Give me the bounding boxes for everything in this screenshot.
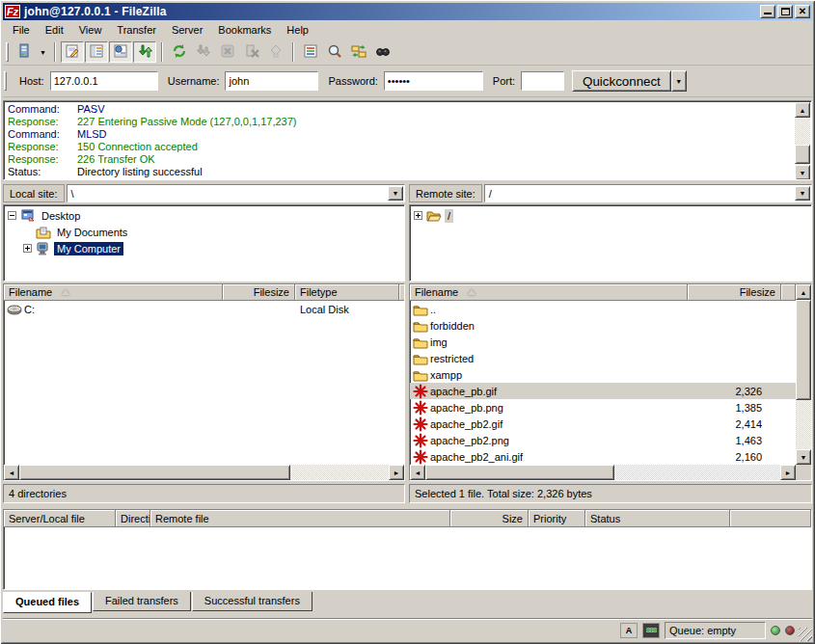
remote-file-row[interactable]: apache_pb2_ani.gif2,160: [410, 448, 796, 465]
column-header-filename[interactable]: Filename: [410, 284, 688, 301]
host-label: Host:: [19, 75, 44, 87]
file-name: apache_pb2.png: [430, 435, 509, 446]
remote-file-row[interactable]: ..: [410, 301, 796, 317]
quickconnect-button[interactable]: Quickconnect: [572, 70, 671, 92]
remote-h-scrollbar-thumb[interactable]: [425, 465, 614, 480]
log-scrollbar[interactable]: ▲ ▼: [795, 102, 810, 180]
toggle-remote-tree-button[interactable]: [109, 41, 132, 63]
column-header-filetype[interactable]: Filetype: [295, 284, 399, 301]
password-input[interactable]: [384, 71, 483, 91]
scroll-right-icon[interactable]: ►: [780, 465, 796, 480]
menu-item-transfer[interactable]: Transfer: [109, 21, 164, 39]
menu-item-view[interactable]: View: [71, 21, 110, 39]
column-header-size[interactable]: Size: [450, 510, 529, 527]
local-site-dropdown[interactable]: ▼: [388, 186, 403, 201]
local-h-scrollbar[interactable]: ◄►: [4, 465, 404, 480]
remote-site-combo[interactable]: / ▼: [484, 184, 812, 202]
maximize-button[interactable]: [777, 5, 793, 18]
log-line-text: 227 Entering Passive Mode (127,0,0,1,17,…: [77, 116, 296, 128]
remote-file-row[interactable]: xampp: [410, 366, 796, 383]
refresh-button[interactable]: [168, 41, 191, 63]
column-header-filename[interactable]: Filename: [4, 284, 223, 301]
menu-item-file[interactable]: File: [5, 21, 38, 39]
directory-filters-button[interactable]: [299, 41, 322, 63]
log-line: Response:227 Entering Passive Mode (127,…: [4, 116, 811, 128]
local-file-row[interactable]: C:Local Disk: [4, 301, 404, 317]
scroll-up-icon[interactable]: ▲: [796, 284, 811, 300]
username-input[interactable]: [225, 71, 318, 91]
site-manager-button[interactable]: [13, 41, 36, 63]
menu-item-edit[interactable]: Edit: [38, 21, 71, 39]
scroll-down-icon[interactable]: ▼: [796, 449, 811, 465]
remote-v-scrollbar[interactable]: ▲▼: [796, 284, 811, 465]
remote-file-row[interactable]: forbidden: [410, 317, 796, 334]
remote-h-scrollbar[interactable]: ◄►: [410, 465, 796, 480]
tree-expander-icon[interactable]: [23, 244, 32, 253]
local-h-scrollbar-thumb[interactable]: [19, 465, 290, 480]
remote-site-dropdown[interactable]: ▼: [795, 186, 810, 201]
log-line-label: Command:: [8, 128, 77, 141]
transfer-type-indicator-icon[interactable]: A: [620, 623, 638, 638]
remote-file-row[interactable]: apache_pb.gif2,326: [410, 383, 796, 399]
local-site-combo[interactable]: \ ▼: [67, 184, 405, 202]
host-input[interactable]: [50, 71, 158, 91]
toggle-message-log-button[interactable]: [61, 41, 84, 63]
column-header-remote-file[interactable]: Remote file: [150, 510, 450, 527]
scroll-left-icon[interactable]: ◄: [410, 465, 425, 480]
remote-file-row[interactable]: apache_pb2.png1,463: [410, 432, 796, 448]
scroll-right-icon[interactable]: ►: [389, 465, 404, 480]
chevron-down-icon: ▼: [40, 49, 46, 56]
menu-item-bookmarks[interactable]: Bookmarks: [210, 21, 279, 39]
log-scroll-thumb[interactable]: [795, 145, 810, 164]
synchronized-browsing-button[interactable]: [347, 41, 370, 63]
toolbar-grip[interactable]: [4, 71, 7, 91]
speed-limit-indicator-icon[interactable]: 888: [642, 623, 660, 638]
queue-tabs: Queued filesFailed transfersSuccessful t…: [3, 592, 313, 613]
tab-successful-transfers[interactable]: Successful transfers: [192, 592, 312, 611]
directory-comparison-button[interactable]: [323, 41, 346, 63]
toggle-transfer-queue-icon: [137, 43, 152, 61]
tree-expander-icon[interactable]: [8, 211, 16, 220]
toggle-transfer-queue-button[interactable]: [133, 41, 156, 63]
tab-failed-transfers[interactable]: Failed transfers: [93, 592, 191, 611]
toolbar-grip[interactable]: [6, 42, 9, 62]
tree-expander-icon[interactable]: [414, 211, 422, 220]
remote-tree: /: [409, 204, 812, 282]
chevron-down-icon: ▼: [800, 190, 806, 197]
column-header-directi-[interactable]: Directi...: [116, 510, 150, 527]
local-tree-item[interactable]: Desktop: [4, 207, 404, 224]
find-files-button[interactable]: [371, 41, 394, 63]
local-tree-item[interactable]: My Documents: [4, 224, 404, 240]
toggle-local-tree-button[interactable]: [85, 41, 108, 63]
column-header-filesize[interactable]: Filesize: [223, 284, 295, 301]
column-header-server-local-file[interactable]: Server/Local file: [4, 510, 116, 527]
tab-queued-files[interactable]: Queued files: [3, 592, 92, 613]
local-tree: DesktopMy DocumentsMy Computer: [3, 204, 405, 282]
close-button[interactable]: ✕: [795, 5, 810, 18]
remote-file-row[interactable]: apache_pb2.gif2,414: [410, 416, 796, 432]
column-header-status[interactable]: Status: [585, 510, 730, 527]
site-manager-dropdown[interactable]: ▼: [37, 41, 49, 63]
scroll-up-icon[interactable]: ▲: [795, 102, 810, 118]
log-line-label: Response:: [8, 141, 77, 153]
column-header-filesize[interactable]: Filesize: [688, 284, 781, 301]
remote-file-list: FilenameFilesize..forbiddenimgrestricted…: [409, 283, 812, 481]
scroll-left-icon[interactable]: ◄: [4, 465, 19, 480]
remote-file-row[interactable]: img: [410, 334, 796, 350]
menu-item-server[interactable]: Server: [164, 21, 210, 39]
scroll-down-icon[interactable]: ▼: [795, 165, 810, 180]
title-bar[interactable]: Fz john@127.0.0.1 - FileZilla ✕: [3, 3, 812, 20]
minimize-button[interactable]: [760, 5, 775, 18]
column-header-l[interactable]: L: [399, 284, 405, 301]
remote-file-row[interactable]: restricted: [410, 350, 796, 366]
port-input[interactable]: [521, 71, 564, 91]
column-header-priority[interactable]: Priority: [529, 510, 585, 527]
remote-file-row[interactable]: apache_pb.png1,385: [410, 399, 796, 416]
local-tree-item[interactable]: My Computer: [4, 240, 404, 256]
resize-grip[interactable]: [799, 628, 812, 641]
menu-item-help[interactable]: Help: [279, 21, 316, 39]
toolbar-separator: [54, 42, 56, 62]
quickconnect-dropdown[interactable]: ▼: [671, 70, 687, 92]
remote-tree-item[interactable]: /: [410, 207, 811, 224]
remote-v-thumb[interactable]: [796, 300, 811, 400]
